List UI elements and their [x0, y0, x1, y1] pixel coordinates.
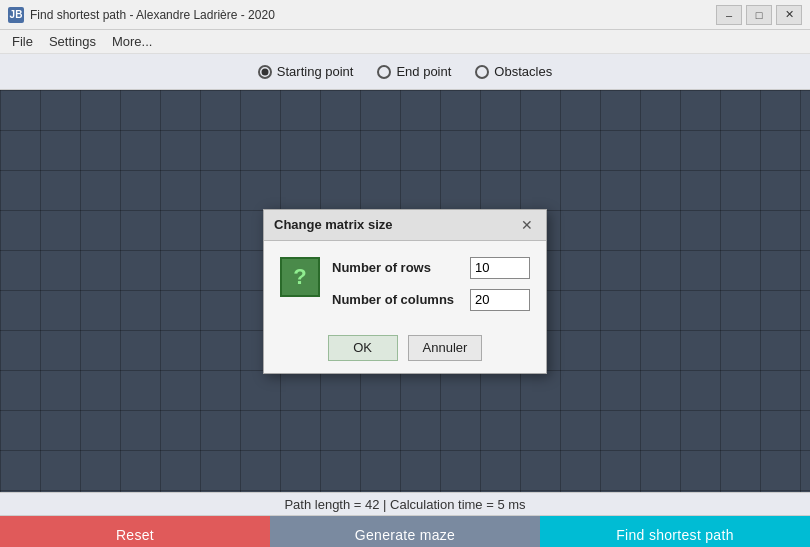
columns-label: Number of columns — [332, 292, 462, 307]
rows-label: Number of rows — [332, 260, 462, 275]
ok-button[interactable]: OK — [328, 335, 398, 361]
title-bar: JB Find shortest path - Alexandre Ladriè… — [0, 0, 810, 30]
modal-close-button[interactable]: ✕ — [518, 216, 536, 234]
modal-fields: Number of rows Number of columns — [332, 257, 530, 311]
modal-dialog: Change matrix size ✕ ? Number of rows Nu… — [263, 209, 547, 374]
columns-field-row: Number of columns — [332, 289, 530, 311]
modal-overlay: Change matrix size ✕ ? Number of rows Nu… — [0, 90, 810, 492]
radio-obstacles-input[interactable] — [475, 65, 489, 79]
minimize-button[interactable]: – — [716, 5, 742, 25]
radio-starting-point-input[interactable] — [258, 65, 272, 79]
radio-obstacles-label: Obstacles — [494, 64, 552, 79]
radio-starting-point[interactable]: Starting point — [258, 64, 354, 79]
modal-body: ? Number of rows Number of columns — [264, 241, 546, 327]
rows-input[interactable] — [470, 257, 530, 279]
radio-end-point-input[interactable] — [377, 65, 391, 79]
cancel-button[interactable]: Annuler — [408, 335, 483, 361]
close-button[interactable]: ✕ — [776, 5, 802, 25]
menu-bar: File Settings More... — [0, 30, 810, 54]
status-bar: Path length = 42 | Calculation time = 5 … — [0, 492, 810, 516]
action-bar: Reset Generate maze Find shortest path — [0, 516, 810, 547]
maximize-button[interactable]: □ — [746, 5, 772, 25]
window-title: Find shortest path - Alexandre Ladrière … — [30, 8, 716, 22]
radio-starting-point-label: Starting point — [277, 64, 354, 79]
menu-settings[interactable]: Settings — [41, 32, 104, 51]
radio-end-point-label: End point — [396, 64, 451, 79]
modal-title-bar: Change matrix size ✕ — [264, 210, 546, 241]
modal-icon: ? — [280, 257, 320, 297]
toolbar: Starting point End point Obstacles — [0, 54, 810, 90]
menu-file[interactable]: File — [4, 32, 41, 51]
generate-maze-button[interactable]: Generate maze — [270, 516, 540, 547]
status-text: Path length = 42 | Calculation time = 5 … — [284, 497, 525, 512]
modal-footer: OK Annuler — [264, 327, 546, 373]
menu-more[interactable]: More... — [104, 32, 160, 51]
reset-button[interactable]: Reset — [0, 516, 270, 547]
question-icon: ? — [293, 264, 306, 290]
radio-end-point[interactable]: End point — [377, 64, 451, 79]
app-icon: JB — [8, 7, 24, 23]
window-controls: – □ ✕ — [716, 5, 802, 25]
find-shortest-path-button[interactable]: Find shortest path — [540, 516, 810, 547]
columns-input[interactable] — [470, 289, 530, 311]
rows-field-row: Number of rows — [332, 257, 530, 279]
main-container: Change matrix size ✕ ? Number of rows Nu… — [0, 90, 810, 492]
modal-title: Change matrix size — [274, 217, 393, 232]
radio-obstacles[interactable]: Obstacles — [475, 64, 552, 79]
